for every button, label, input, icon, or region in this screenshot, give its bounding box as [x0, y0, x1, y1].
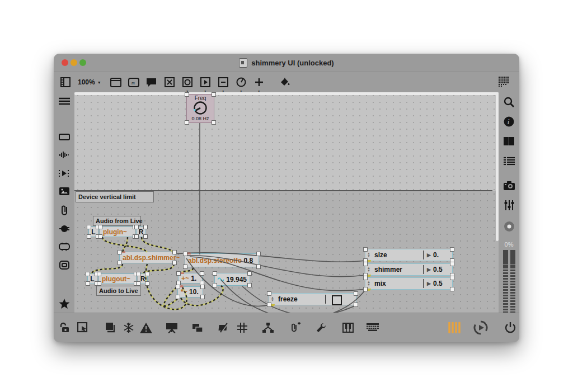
- layers-icon[interactable]: [104, 320, 118, 335]
- attach-new-icon[interactable]: [288, 320, 302, 335]
- plugin-object[interactable]: plugin~: [100, 226, 135, 237]
- freq-dial-value: 0.08 Hz: [191, 116, 209, 121]
- freeze-checkbox[interactable]: [332, 295, 342, 305]
- grid-icon[interactable]: [236, 320, 249, 335]
- clamp-icon[interactable]: [58, 242, 71, 252]
- toggle-icon[interactable]: [162, 75, 177, 89]
- plugout-right-box[interactable]: R: [138, 273, 148, 284]
- filters-icon[interactable]: [503, 200, 515, 211]
- param-mix[interactable]: ▲▼ mix ▶ 0.5: [365, 277, 453, 290]
- tools-icon[interactable]: [315, 320, 328, 335]
- console-icon[interactable]: [58, 132, 71, 143]
- zoom-control[interactable]: 100%▼: [78, 78, 101, 86]
- comment-text: Audio to Live: [99, 287, 138, 294]
- shimmer-object[interactable]: abl.dsp.shimmer~: [119, 252, 175, 263]
- dial-knob-icon[interactable]: [188, 101, 213, 116]
- hierarchy-icon[interactable]: [261, 320, 275, 335]
- desktop: shimmery UI (unlocked) 100%▼ m: [0, 0, 573, 392]
- add-object-icon[interactable]: [252, 75, 266, 89]
- label: L: [91, 228, 95, 236]
- window-title-group: shimmery UI (unlocked): [54, 54, 519, 72]
- stepper-icon[interactable]: ▲▼: [365, 252, 372, 258]
- sequencer-icon[interactable]: [58, 168, 71, 179]
- object-name: abl.dsp.stereolfo: [188, 257, 242, 265]
- value-arrow-icon: ▶: [427, 267, 431, 272]
- param-shimmer[interactable]: ▲▼ shimmer ▶ 0.5: [365, 263, 453, 276]
- snapshot-icon[interactable]: [503, 180, 515, 191]
- label: L: [90, 275, 94, 283]
- svg-text:m: m: [131, 81, 135, 86]
- number-icon[interactable]: [216, 75, 231, 89]
- comment-icon[interactable]: [144, 75, 159, 89]
- stepper-icon[interactable]: ▲▼: [365, 281, 372, 286]
- value-arrow-icon: ▶: [427, 281, 431, 286]
- label: R: [140, 275, 145, 283]
- object-name: plugout~: [102, 275, 130, 283]
- horizontal-scrollbar[interactable]: [74, 92, 499, 95]
- cpu-usage: 0%: [505, 241, 514, 248]
- param-freeze[interactable]: ▲▼ freeze: [269, 293, 356, 305]
- piano-icon[interactable]: [342, 320, 355, 335]
- vertical-scrollbar[interactable]: [496, 92, 499, 241]
- new-object-icon[interactable]: [109, 75, 123, 89]
- stepper-icon[interactable]: ▲▼: [365, 267, 372, 272]
- search-icon[interactable]: [503, 96, 515, 108]
- playbar-icon[interactable]: [198, 75, 213, 89]
- stereolfo-object[interactable]: abl.dsp.stereolfo 0.8: [185, 253, 259, 267]
- lock-open-icon[interactable]: [58, 320, 72, 335]
- signal-number-box[interactable]: 19.945: [214, 273, 250, 286]
- max-patcher-window: shimmery UI (unlocked) 100%▼ m: [54, 54, 519, 342]
- patcher-canvas[interactable]: Freq 0.08 Hz Device vertical limit Audio…: [74, 92, 499, 313]
- keyboard-icon[interactable]: [366, 320, 379, 335]
- device-frame-icon[interactable]: [58, 260, 71, 271]
- plugin-left-box[interactable]: L: [88, 226, 98, 237]
- param-value[interactable]: 0.5: [433, 280, 443, 287]
- right-sidebar: i 0%: [499, 92, 519, 313]
- duplicate-icon[interactable]: [191, 320, 204, 335]
- warning-icon[interactable]: [140, 320, 153, 335]
- message-icon[interactable]: m: [126, 75, 141, 89]
- favorites-icon[interactable]: [58, 299, 71, 309]
- param-value[interactable]: 0.: [433, 251, 439, 259]
- comment-text: Device vertical limit: [78, 193, 136, 200]
- add-signal-object[interactable]: +~ 1.: [178, 273, 203, 284]
- plugin-right-box[interactable]: R: [136, 226, 146, 237]
- param-size[interactable]: ▲▼ size ▶ 0.: [365, 249, 453, 261]
- title-bar[interactable]: shimmery UI (unlocked): [54, 54, 519, 72]
- object-name: +~: [181, 275, 189, 282]
- plugout-left-box[interactable]: L: [87, 273, 97, 284]
- stepper-icon[interactable]: ▲▼: [269, 296, 276, 302]
- dial-icon[interactable]: [234, 75, 248, 89]
- audio-status-icon[interactable]: [58, 150, 71, 160]
- bottom-toolbar: [54, 313, 519, 342]
- object-name: *~: [181, 288, 187, 296]
- object-arg: 1.: [191, 275, 196, 282]
- split-view-icon[interactable]: [503, 135, 515, 147]
- param-value[interactable]: 0.5: [433, 266, 443, 273]
- plug-icon[interactable]: [58, 224, 71, 234]
- media-icon[interactable]: [58, 186, 71, 197]
- mul-signal-object[interactable]: *~ 10.: [177, 286, 203, 297]
- button-icon[interactable]: [180, 75, 195, 89]
- label: R: [139, 228, 144, 236]
- freeze-icon[interactable]: [122, 320, 135, 335]
- paint-bucket-icon[interactable]: [278, 75, 293, 89]
- transport-icon[interactable]: [473, 320, 488, 335]
- audio-mute-icon[interactable]: [218, 320, 231, 335]
- power-icon[interactable]: [504, 320, 517, 335]
- select-icon[interactable]: [76, 320, 90, 335]
- patcher-view-icon[interactable]: [58, 75, 73, 89]
- menu-icon[interactable]: [58, 96, 71, 107]
- info-icon[interactable]: i: [503, 116, 515, 127]
- comment-audio-to-live[interactable]: Audio to Live: [96, 286, 141, 296]
- comment-device-limit[interactable]: Device vertical limit: [76, 191, 154, 202]
- signal-meters-icon[interactable]: [448, 320, 461, 335]
- grid-options-icon[interactable]: [495, 75, 510, 89]
- list-icon[interactable]: [503, 155, 515, 167]
- object-toolbar: 100%▼ m: [54, 72, 519, 92]
- record-icon[interactable]: [503, 221, 515, 233]
- presentation-icon[interactable]: [165, 320, 179, 335]
- freq-dial[interactable]: Freq 0.08 Hz: [186, 94, 214, 123]
- plugout-object[interactable]: plugout~: [98, 273, 137, 284]
- attachments-icon[interactable]: [58, 205, 71, 216]
